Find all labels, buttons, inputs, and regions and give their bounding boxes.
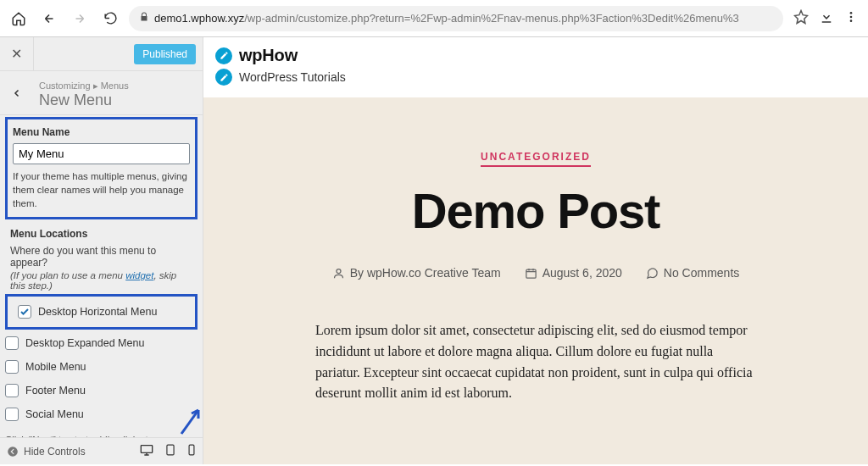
download-icon[interactable]: [819, 9, 834, 28]
menu-icon[interactable]: [844, 10, 858, 27]
menu-name-input[interactable]: [13, 143, 190, 164]
locations-note: (If you plan to use a menu widget, skip …: [10, 270, 192, 291]
location-label: Desktop Horizontal Menu: [38, 306, 157, 318]
location-label: Footer Menu: [25, 385, 86, 397]
browser-toolbar: demo1.wphow.xyz /wp-admin/customize.php?…: [0, 0, 868, 37]
svg-point-7: [337, 269, 341, 273]
menu-name-section: Menu Name If your theme has multiple men…: [5, 117, 198, 219]
desktop-preview-icon[interactable]: [140, 444, 153, 458]
svg-point-2: [850, 19, 853, 22]
comment-icon: [646, 267, 659, 280]
star-icon[interactable]: [793, 9, 809, 28]
checkbox-social[interactable]: [5, 408, 19, 421]
post-date: August 6, 2020: [525, 266, 622, 280]
mobile-preview-icon[interactable]: [187, 444, 196, 458]
site-tagline[interactable]: WordPress Tutorials: [239, 70, 346, 84]
svg-rect-6: [189, 445, 194, 455]
checkbox-desktop-horizontal[interactable]: [18, 305, 31, 319]
checkbox-footer[interactable]: [5, 384, 19, 397]
next-hint: Click "Next" to start adding links to yo…: [0, 426, 203, 437]
svg-point-0: [850, 12, 853, 14]
reload-icon[interactable]: [98, 7, 122, 31]
edit-shortcut-icon[interactable]: [215, 47, 232, 64]
tablet-preview-icon[interactable]: [165, 444, 175, 458]
location-desktop-horizontal: Desktop Horizontal Menu: [5, 294, 198, 330]
location-label: Mobile Menu: [25, 361, 86, 373]
post-category[interactable]: UNCATEGORIZED: [481, 151, 591, 167]
menu-name-label: Menu Name: [13, 126, 190, 138]
hide-controls-button[interactable]: Hide Controls: [7, 446, 86, 458]
hide-controls-label: Hide Controls: [24, 446, 86, 458]
post-comments[interactable]: No Comments: [646, 266, 739, 280]
post-author: By wpHow.co Creative Team: [332, 266, 501, 280]
checkbox-mobile[interactable]: [5, 360, 19, 374]
person-icon: [332, 267, 345, 280]
publish-button[interactable]: Published: [134, 44, 196, 64]
svg-point-3: [8, 447, 18, 457]
lock-icon: [139, 12, 149, 25]
svg-point-1: [850, 15, 853, 18]
edit-shortcut-icon[interactable]: [215, 69, 232, 86]
site-preview: wpHow WordPress Tutorials UNCATEGORIZED …: [203, 37, 868, 464]
back-icon[interactable]: [37, 7, 61, 31]
post-title: Demo Post: [254, 182, 817, 239]
svg-rect-5: [167, 445, 174, 455]
post-meta: By wpHow.co Creative Team August 6, 2020…: [254, 266, 817, 280]
menu-locations-label: Menu Locations: [10, 228, 198, 240]
url-host: demo1.wphow.xyz: [154, 12, 244, 25]
panel-title: New Menu: [39, 92, 129, 109]
sidebar-footer: Hide Controls: [0, 437, 203, 464]
address-bar[interactable]: demo1.wphow.xyz /wp-admin/customize.php?…: [129, 6, 783, 31]
location-social: Social Menu: [0, 402, 203, 426]
widget-link[interactable]: widget: [125, 270, 153, 280]
site-title[interactable]: wpHow: [239, 46, 298, 65]
home-icon[interactable]: [7, 7, 31, 31]
menu-name-help: If your theme has multiple menus, giving…: [13, 169, 190, 210]
location-label: Desktop Expanded Menu: [25, 337, 144, 349]
location-footer: Footer Menu: [0, 379, 203, 402]
post-body: Lorem ipsum dolor sit amet, consectetur …: [315, 320, 756, 404]
svg-rect-4: [141, 446, 152, 453]
location-mobile: Mobile Menu: [0, 355, 203, 379]
checkbox-desktop-expanded[interactable]: [5, 336, 19, 350]
close-icon[interactable]: ✕: [0, 37, 34, 71]
back-chevron-icon[interactable]: [0, 71, 34, 115]
forward-icon: [68, 7, 92, 31]
locations-where: Where do you want this menu to appear?: [10, 245, 192, 269]
location-label: Social Menu: [25, 408, 84, 420]
location-desktop-expanded: Desktop Expanded Menu: [0, 331, 203, 355]
customizer-sidebar: ✕ Published Customizing ▸ Menus New Menu…: [0, 37, 203, 464]
url-path: /wp-admin/customize.php?return=%2Fwp-adm…: [244, 12, 739, 25]
svg-rect-8: [526, 269, 536, 278]
calendar-icon: [525, 267, 537, 280]
breadcrumb: Customizing ▸ Menus: [39, 80, 129, 92]
